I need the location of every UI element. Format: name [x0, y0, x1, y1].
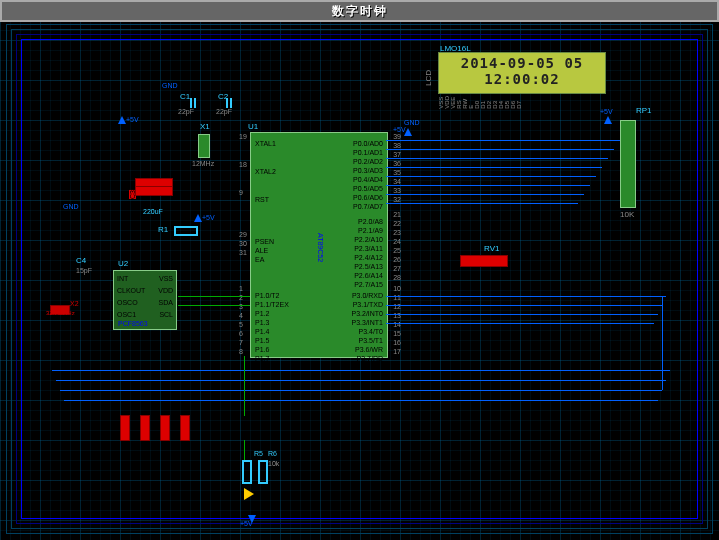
rtc-pin: CLKOUT [117, 287, 145, 294]
c1-ref: C1 [180, 92, 190, 101]
mcu-pin: P3.0/RXD [352, 292, 383, 299]
r6-ref: R6 [268, 450, 277, 457]
mcu-pin: P3.3/INT1 [351, 319, 383, 326]
rtc-pin: SCL [159, 311, 173, 318]
mcu-pin: P0.0/AD0 [353, 140, 383, 147]
mcu-pin-num: 39 [393, 133, 401, 140]
p3-wire [386, 305, 662, 306]
lcd-line1: 2014-09-05 05 [439, 55, 605, 71]
mcu-pin-num: 6 [239, 330, 243, 337]
p3-wire [386, 314, 658, 315]
rv1-pot[interactable] [460, 255, 508, 267]
title-frame: 数字时钟 [0, 0, 719, 22]
mcu-pin-num: 9 [239, 189, 243, 196]
mcu-pin-num: 31 [239, 249, 247, 256]
mcu-pin: P1.5 [255, 337, 269, 344]
rtc-pin: VSS [159, 275, 173, 282]
gnd-label: GND [63, 203, 79, 210]
p3-wire [386, 296, 666, 297]
mcu-pin: P0.3/AD3 [353, 167, 383, 174]
led-wire [244, 440, 245, 460]
lcd-pin: D2 [486, 96, 490, 109]
gnd-label-2: GND [404, 119, 420, 126]
mcu-pin-num: 33 [393, 187, 401, 194]
mcu-pin-num: 19 [239, 133, 247, 140]
lcd-pin: D3 [492, 96, 496, 109]
mcu-pin: P0.7/AD7 [353, 203, 383, 210]
button-k2[interactable] [140, 415, 150, 441]
mcu-pin: P1.6 [255, 346, 269, 353]
mcu-pin: XTAL2 [255, 168, 276, 175]
mcu-pin: P1.4 [255, 328, 269, 335]
scl-wire [178, 305, 250, 306]
r1-ref: R1 [158, 225, 168, 234]
mcu-pin-num: 32 [393, 196, 401, 203]
button-k1[interactable] [120, 415, 130, 441]
bottom-rail-3 [52, 370, 670, 371]
mcu-pin-num: 17 [393, 348, 401, 355]
lcd-pin: D0 [474, 96, 478, 109]
schematic-canvas: 数字时钟 LMO16L LCD 2014-09-05 05 12:00:02 V… [0, 0, 719, 540]
mcu-pin-num: 22 [393, 220, 401, 227]
rtc-pin: SDA [159, 299, 173, 306]
rv1-ref: RV1 [484, 244, 499, 253]
lcd-pin: VEE [450, 96, 454, 109]
x1-ref: X1 [200, 122, 210, 131]
lcd-pin: VDD [444, 96, 448, 109]
lcd-pin: D7 [516, 96, 520, 109]
c4-ref: C4 [76, 256, 86, 265]
mcu-pin-num: 1 [239, 285, 243, 292]
title-text: 数字时钟 [332, 4, 388, 18]
v5-arrow-2 [194, 214, 202, 222]
v5-arrow [118, 116, 126, 124]
mcu-ref: U1 [248, 122, 258, 131]
r6-res [258, 460, 268, 484]
button-k3[interactable] [160, 415, 170, 441]
mcu-pin: P2.7/A15 [354, 281, 383, 288]
mcu-pin: P2.2/A10 [354, 236, 383, 243]
bus-wire [386, 158, 608, 159]
mcu-pin: P0.6/AD6 [353, 194, 383, 201]
lcd-pin: RW [462, 96, 466, 109]
button-k4[interactable] [180, 415, 190, 441]
mcu-pin: P3.7/RD [357, 355, 383, 362]
mcu-pin-num: 4 [239, 312, 243, 319]
bottom-rail-4 [64, 400, 658, 401]
mcu-pin-num: 10 [393, 285, 401, 292]
sda-wire [178, 296, 250, 297]
r6-val: 10k [268, 460, 279, 467]
mcu-pin-num: 16 [393, 339, 401, 346]
mcu-pin-num: 7 [239, 339, 243, 346]
bus-wire [386, 167, 602, 168]
mcu-pin: RST [255, 196, 269, 203]
mcu-pin-num: 5 [239, 321, 243, 328]
mcu-pin: P2.5/A13 [354, 263, 383, 270]
mcu-pin-num: 27 [393, 265, 401, 272]
mcu-pin: P0.4/AD4 [353, 176, 383, 183]
mcu-pin: P0.2/AD2 [353, 158, 383, 165]
mcu-pin: P0.1/AD1 [353, 149, 383, 156]
mcu-pin: EA [255, 256, 264, 263]
mcu-pin: P3.6/WR [355, 346, 383, 353]
mcu-pin: P2.1/A9 [358, 227, 383, 234]
bottom-rail-2 [56, 380, 666, 381]
bus-wire [386, 176, 596, 177]
mcu-pin: P0.5/AD5 [353, 185, 383, 192]
p3-return [662, 296, 663, 390]
mcu-pin-num: 18 [239, 161, 247, 168]
v5-label: +5V [126, 116, 139, 123]
gnd-label-3: GND [162, 82, 178, 89]
lcd-pin-row: VSS VDD VEE RS RW E D0 D1 D2 D3 D4 D5 D6… [438, 96, 520, 109]
button-row[interactable] [135, 186, 173, 196]
rtc-pin: OSCO [117, 299, 138, 306]
bottom-rail [60, 390, 662, 391]
bus-wire [386, 149, 614, 150]
v5-arrow-4 [604, 116, 612, 124]
lcd-pin: D5 [504, 96, 508, 109]
mcu-pin: P1.3 [255, 319, 269, 326]
x2-ref: X2 [70, 300, 79, 307]
rtc-ref: U2 [118, 259, 128, 268]
lcd-pin: RS [456, 96, 460, 109]
lcd-pin: D4 [498, 96, 502, 109]
p3-wire [386, 323, 654, 324]
